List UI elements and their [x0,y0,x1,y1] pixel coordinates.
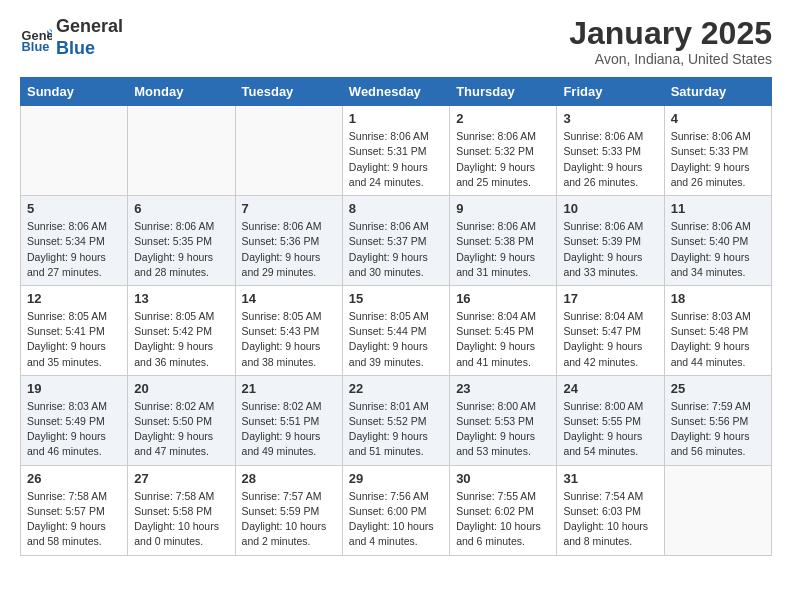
day-detail: Sunrise: 8:06 AM Sunset: 5:36 PM Dayligh… [242,219,336,280]
day-cell: 23Sunrise: 8:00 AM Sunset: 5:53 PM Dayli… [450,375,557,465]
day-detail: Sunrise: 8:02 AM Sunset: 5:51 PM Dayligh… [242,399,336,460]
header-friday: Friday [557,78,664,106]
day-detail: Sunrise: 8:06 AM Sunset: 5:37 PM Dayligh… [349,219,443,280]
title-block: January 2025 Avon, Indiana, United State… [569,16,772,67]
day-cell: 14Sunrise: 8:05 AM Sunset: 5:43 PM Dayli… [235,285,342,375]
day-detail: Sunrise: 8:02 AM Sunset: 5:50 PM Dayligh… [134,399,228,460]
day-detail: Sunrise: 8:06 AM Sunset: 5:31 PM Dayligh… [349,129,443,190]
day-detail: Sunrise: 8:06 AM Sunset: 5:38 PM Dayligh… [456,219,550,280]
day-detail: Sunrise: 8:04 AM Sunset: 5:45 PM Dayligh… [456,309,550,370]
day-detail: Sunrise: 8:05 AM Sunset: 5:41 PM Dayligh… [27,309,121,370]
day-cell: 9Sunrise: 8:06 AM Sunset: 5:38 PM Daylig… [450,196,557,286]
day-detail: Sunrise: 7:58 AM Sunset: 5:57 PM Dayligh… [27,489,121,550]
day-cell: 4Sunrise: 8:06 AM Sunset: 5:33 PM Daylig… [664,106,771,196]
day-detail: Sunrise: 7:58 AM Sunset: 5:58 PM Dayligh… [134,489,228,550]
calendar-body: 1Sunrise: 8:06 AM Sunset: 5:31 PM Daylig… [21,106,772,555]
day-cell: 5Sunrise: 8:06 AM Sunset: 5:34 PM Daylig… [21,196,128,286]
day-cell: 11Sunrise: 8:06 AM Sunset: 5:40 PM Dayli… [664,196,771,286]
day-cell: 2Sunrise: 8:06 AM Sunset: 5:32 PM Daylig… [450,106,557,196]
day-number: 6 [134,201,228,216]
day-cell: 16Sunrise: 8:04 AM Sunset: 5:45 PM Dayli… [450,285,557,375]
calendar-header: Sunday Monday Tuesday Wednesday Thursday… [21,78,772,106]
day-cell: 18Sunrise: 8:03 AM Sunset: 5:48 PM Dayli… [664,285,771,375]
header-sunday: Sunday [21,78,128,106]
day-number: 19 [27,381,121,396]
week-row-5: 26Sunrise: 7:58 AM Sunset: 5:57 PM Dayli… [21,465,772,555]
day-number: 7 [242,201,336,216]
day-cell: 17Sunrise: 8:04 AM Sunset: 5:47 PM Dayli… [557,285,664,375]
day-number: 24 [563,381,657,396]
week-row-3: 12Sunrise: 8:05 AM Sunset: 5:41 PM Dayli… [21,285,772,375]
day-cell: 19Sunrise: 8:03 AM Sunset: 5:49 PM Dayli… [21,375,128,465]
svg-text:Blue: Blue [22,38,50,53]
day-cell: 8Sunrise: 8:06 AM Sunset: 5:37 PM Daylig… [342,196,449,286]
day-cell: 15Sunrise: 8:05 AM Sunset: 5:44 PM Dayli… [342,285,449,375]
day-cell: 30Sunrise: 7:55 AM Sunset: 6:02 PM Dayli… [450,465,557,555]
location: Avon, Indiana, United States [569,51,772,67]
day-cell: 3Sunrise: 8:06 AM Sunset: 5:33 PM Daylig… [557,106,664,196]
day-detail: Sunrise: 8:06 AM Sunset: 5:33 PM Dayligh… [671,129,765,190]
day-number: 15 [349,291,443,306]
day-detail: Sunrise: 8:05 AM Sunset: 5:43 PM Dayligh… [242,309,336,370]
logo-icon: General Blue [20,22,52,54]
calendar: Sunday Monday Tuesday Wednesday Thursday… [20,77,772,555]
day-number: 25 [671,381,765,396]
day-number: 26 [27,471,121,486]
day-number: 30 [456,471,550,486]
day-cell: 21Sunrise: 8:02 AM Sunset: 5:51 PM Dayli… [235,375,342,465]
day-cell: 25Sunrise: 7:59 AM Sunset: 5:56 PM Dayli… [664,375,771,465]
day-number: 13 [134,291,228,306]
day-cell [128,106,235,196]
day-detail: Sunrise: 8:06 AM Sunset: 5:33 PM Dayligh… [563,129,657,190]
day-detail: Sunrise: 8:01 AM Sunset: 5:52 PM Dayligh… [349,399,443,460]
day-detail: Sunrise: 8:03 AM Sunset: 5:49 PM Dayligh… [27,399,121,460]
day-number: 27 [134,471,228,486]
day-cell: 12Sunrise: 8:05 AM Sunset: 5:41 PM Dayli… [21,285,128,375]
day-number: 10 [563,201,657,216]
day-detail: Sunrise: 7:59 AM Sunset: 5:56 PM Dayligh… [671,399,765,460]
day-detail: Sunrise: 8:05 AM Sunset: 5:42 PM Dayligh… [134,309,228,370]
day-cell: 27Sunrise: 7:58 AM Sunset: 5:58 PM Dayli… [128,465,235,555]
day-cell [664,465,771,555]
day-cell: 1Sunrise: 8:06 AM Sunset: 5:31 PM Daylig… [342,106,449,196]
day-cell: 13Sunrise: 8:05 AM Sunset: 5:42 PM Dayli… [128,285,235,375]
day-number: 20 [134,381,228,396]
day-detail: Sunrise: 8:00 AM Sunset: 5:55 PM Dayligh… [563,399,657,460]
day-cell: 26Sunrise: 7:58 AM Sunset: 5:57 PM Dayli… [21,465,128,555]
day-number: 28 [242,471,336,486]
day-number: 1 [349,111,443,126]
header-tuesday: Tuesday [235,78,342,106]
day-cell [21,106,128,196]
day-detail: Sunrise: 8:06 AM Sunset: 5:40 PM Dayligh… [671,219,765,280]
weekday-row: Sunday Monday Tuesday Wednesday Thursday… [21,78,772,106]
day-number: 14 [242,291,336,306]
day-number: 11 [671,201,765,216]
day-detail: Sunrise: 8:03 AM Sunset: 5:48 PM Dayligh… [671,309,765,370]
header-wednesday: Wednesday [342,78,449,106]
day-cell: 6Sunrise: 8:06 AM Sunset: 5:35 PM Daylig… [128,196,235,286]
day-detail: Sunrise: 7:56 AM Sunset: 6:00 PM Dayligh… [349,489,443,550]
day-cell: 28Sunrise: 7:57 AM Sunset: 5:59 PM Dayli… [235,465,342,555]
day-number: 31 [563,471,657,486]
day-detail: Sunrise: 7:54 AM Sunset: 6:03 PM Dayligh… [563,489,657,550]
day-number: 12 [27,291,121,306]
day-number: 29 [349,471,443,486]
week-row-4: 19Sunrise: 8:03 AM Sunset: 5:49 PM Dayli… [21,375,772,465]
day-detail: Sunrise: 7:57 AM Sunset: 5:59 PM Dayligh… [242,489,336,550]
day-detail: Sunrise: 8:06 AM Sunset: 5:39 PM Dayligh… [563,219,657,280]
day-cell: 31Sunrise: 7:54 AM Sunset: 6:03 PM Dayli… [557,465,664,555]
day-number: 18 [671,291,765,306]
day-number: 2 [456,111,550,126]
header-saturday: Saturday [664,78,771,106]
page: General Blue General Blue January 2025 A… [0,0,792,576]
day-cell: 10Sunrise: 8:06 AM Sunset: 5:39 PM Dayli… [557,196,664,286]
header-monday: Monday [128,78,235,106]
day-detail: Sunrise: 7:55 AM Sunset: 6:02 PM Dayligh… [456,489,550,550]
week-row-2: 5Sunrise: 8:06 AM Sunset: 5:34 PM Daylig… [21,196,772,286]
header-thursday: Thursday [450,78,557,106]
day-cell: 24Sunrise: 8:00 AM Sunset: 5:55 PM Dayli… [557,375,664,465]
day-number: 21 [242,381,336,396]
day-detail: Sunrise: 8:06 AM Sunset: 5:34 PM Dayligh… [27,219,121,280]
day-number: 5 [27,201,121,216]
day-number: 4 [671,111,765,126]
